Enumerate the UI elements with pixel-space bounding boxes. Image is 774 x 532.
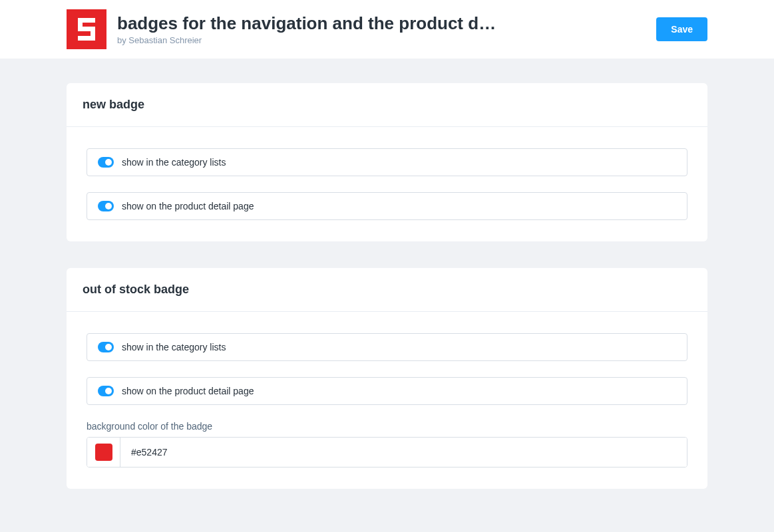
color-text-input[interactable] bbox=[120, 438, 687, 467]
card-title: out of stock badge bbox=[83, 283, 691, 297]
color-input-row bbox=[87, 437, 687, 467]
toggle-switch[interactable] bbox=[98, 201, 114, 211]
card-header: new badge bbox=[67, 83, 707, 127]
svg-rect-4 bbox=[78, 36, 95, 41]
color-swatch-button[interactable] bbox=[87, 438, 120, 467]
card-title: new badge bbox=[83, 98, 691, 112]
card-header: out of stock badge bbox=[67, 268, 707, 312]
toggle-switch[interactable] bbox=[98, 342, 114, 352]
color-swatch bbox=[95, 444, 112, 461]
color-field-group: background color of the badge bbox=[87, 421, 687, 467]
toggle-switch[interactable] bbox=[98, 157, 114, 168]
card-body: show in the category lists show on the p… bbox=[67, 127, 707, 241]
toggle-row-category-lists: show in the category lists bbox=[87, 148, 687, 176]
toggle-label: show in the category lists bbox=[122, 342, 226, 352]
content-area: new badge show in the category lists sho… bbox=[0, 59, 774, 513]
card-new-badge: new badge show in the category lists sho… bbox=[67, 83, 707, 241]
toggle-label: show on the product detail page bbox=[122, 386, 254, 396]
card-out-of-stock-badge: out of stock badge show in the category … bbox=[67, 268, 707, 489]
logo-icon bbox=[67, 9, 106, 49]
toggle-label: show in the category lists bbox=[122, 157, 226, 168]
page-header: badges for the navigation and the produc… bbox=[0, 0, 774, 59]
toggle-label: show on the product detail page bbox=[122, 201, 254, 211]
color-field-label: background color of the badge bbox=[87, 421, 687, 432]
page-author: by Sebastian Schreier bbox=[117, 35, 500, 45]
toggle-row-product-detail: show on the product detail page bbox=[87, 377, 687, 405]
toggle-switch[interactable] bbox=[98, 386, 114, 396]
page-title: badges for the navigation and the produc… bbox=[117, 13, 500, 34]
toggle-row-product-detail: show on the product detail page bbox=[87, 192, 687, 220]
title-block: badges for the navigation and the produc… bbox=[117, 13, 500, 45]
header-left: badges for the navigation and the produc… bbox=[67, 9, 500, 49]
save-button[interactable]: Save bbox=[656, 17, 707, 41]
card-body: show in the category lists show on the p… bbox=[67, 312, 707, 489]
toggle-row-category-lists: show in the category lists bbox=[87, 333, 687, 361]
